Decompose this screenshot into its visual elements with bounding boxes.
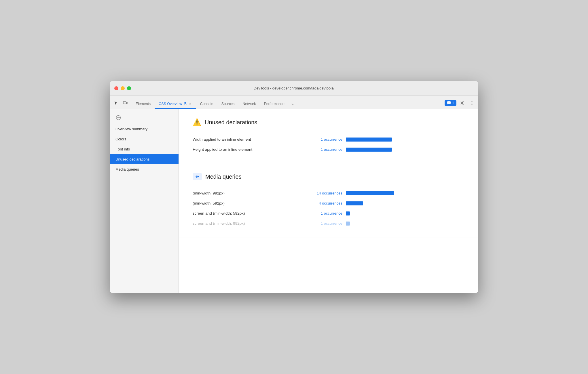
sidebar-item-overview-summary[interactable]: Overview summary — [110, 124, 179, 134]
cursor-icon[interactable] — [112, 99, 120, 107]
devtools-window: DevTools - developer.chrome.com/tags/dev… — [110, 81, 478, 293]
chat-icon — [447, 101, 451, 105]
unused-declarations-title: Unused declarations — [205, 119, 257, 126]
sidebar-item-font-info[interactable]: Font info — [110, 144, 179, 154]
title-bar: DevTools - developer.chrome.com/tags/dev… — [110, 81, 478, 96]
warning-icon: ⚠️ — [193, 118, 201, 126]
occurrence-link[interactable]: 1 occurrence — [302, 147, 342, 152]
tabs: Elements CSS Overview × Console Sources … — [132, 100, 445, 109]
tab-performance[interactable]: Performance — [260, 100, 289, 109]
sidebar-item-media-queries[interactable]: Media queries — [110, 164, 179, 174]
declaration-row: Height applied to an inline element 1 oc… — [193, 144, 464, 154]
tab-sources[interactable]: Sources — [217, 100, 239, 109]
occurrence-bar — [346, 191, 394, 195]
media-arrows-icon — [193, 173, 202, 180]
media-query-row: (min-width: 992px) 14 occurrences — [193, 188, 464, 198]
occurrence-link[interactable]: 1 occurrence — [302, 221, 342, 226]
minimize-button[interactable] — [121, 86, 125, 90]
svg-rect-1 — [126, 102, 127, 104]
svg-point-5 — [472, 103, 473, 104]
settings-icon[interactable] — [458, 99, 466, 107]
tab-network[interactable]: Network — [239, 100, 260, 109]
media-query-label: (min-width: 992px) — [193, 191, 302, 195]
devtools-body: Overview summary Colors Font info Unused… — [110, 109, 478, 293]
unused-declarations-section: ⚠️ Unused declarations Width applied to … — [179, 109, 478, 164]
sidebar-item-unused-declarations[interactable]: Unused declarations — [110, 154, 179, 164]
tab-bar: Elements CSS Overview × Console Sources … — [110, 96, 478, 109]
device-toolbar-icon[interactable] — [121, 99, 129, 107]
flask-icon — [183, 102, 187, 106]
sidebar-header — [110, 111, 179, 124]
media-queries-header: Media queries — [193, 173, 464, 180]
traffic-lights — [114, 86, 131, 90]
svg-point-4 — [472, 101, 473, 102]
tab-close-icon[interactable]: × — [188, 102, 192, 106]
occurrence-link[interactable]: 14 occurrences — [302, 191, 342, 195]
media-query-row: screen and (min-width: 592px) 1 occurren… — [193, 208, 464, 218]
tab-elements[interactable]: Elements — [132, 100, 155, 109]
tab-console[interactable]: Console — [196, 100, 217, 109]
occurrence-bar — [346, 138, 392, 142]
media-query-label: screen and (min-width: 592px) — [193, 211, 302, 215]
declaration-row: Width applied to an inline element 1 occ… — [193, 134, 464, 144]
media-query-row: screen and (min-width: 992px) 1 occurren… — [193, 218, 464, 228]
media-query-row: (min-width: 592px) 4 occurrences — [193, 198, 464, 208]
more-options-icon[interactable] — [468, 99, 476, 107]
occurrence-link[interactable]: 1 occurrence — [302, 211, 342, 215]
chat-button[interactable]: 1 — [445, 100, 456, 106]
media-queries-title: Media queries — [205, 173, 242, 180]
occurrence-bar — [346, 211, 350, 215]
more-tabs-button[interactable]: » — [289, 100, 296, 109]
svg-point-6 — [472, 104, 473, 105]
gear-icon — [460, 101, 464, 105]
block-icon — [116, 115, 121, 120]
occurrence-link[interactable]: 1 occurrence — [302, 137, 342, 142]
tab-css-overview[interactable]: CSS Overview × — [155, 100, 196, 109]
svg-point-3 — [462, 102, 463, 104]
window-title: DevTools - developer.chrome.com/tags/dev… — [254, 86, 334, 90]
devtools-actions — [112, 99, 129, 109]
media-query-label: screen and (min-width: 992px) — [193, 221, 302, 226]
sidebar: Overview summary Colors Font info Unused… — [110, 109, 179, 293]
no-entry-icon[interactable] — [114, 114, 122, 122]
declaration-label: Height applied to an inline element — [193, 147, 302, 152]
fullscreen-button[interactable] — [127, 86, 131, 90]
sidebar-item-colors[interactable]: Colors — [110, 134, 179, 144]
close-button[interactable] — [114, 86, 118, 90]
main-panel: ⚠️ Unused declarations Width applied to … — [179, 109, 478, 293]
occurrence-bar — [346, 148, 392, 152]
media-queries-section: Media queries (min-width: 992px) 14 occu… — [179, 164, 478, 238]
svg-rect-0 — [123, 102, 126, 104]
occurrence-bar — [346, 222, 350, 226]
unused-declarations-header: ⚠️ Unused declarations — [193, 118, 464, 126]
occurrence-bar — [346, 201, 363, 205]
occurrence-link[interactable]: 4 occurrences — [302, 201, 342, 205]
media-query-label: (min-width: 592px) — [193, 201, 302, 205]
declaration-label: Width applied to an inline element — [193, 137, 302, 142]
tab-bar-right-actions: 1 — [445, 99, 476, 109]
